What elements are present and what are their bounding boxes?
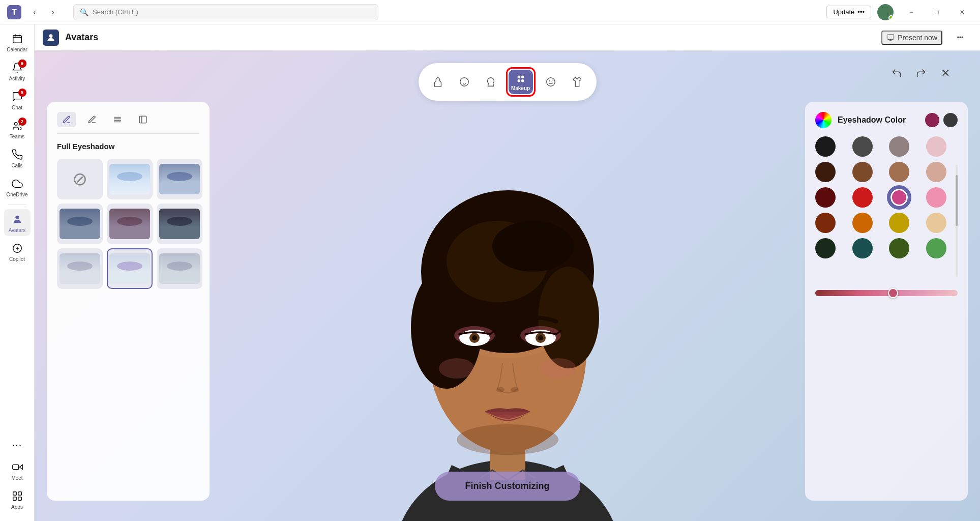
color-dark-gray[interactable] [852,136,873,157]
svg-rect-11 [13,492,16,495]
apps-icon [10,489,24,503]
eyeshadow-style2[interactable] [157,159,202,199]
color-teal[interactable] [852,238,873,258]
eyeshadow-style1[interactable] [107,159,153,199]
teams-label: Teams [10,134,24,139]
close-button[interactable]: ✕ [951,4,974,20]
eyeshadow-style8[interactable] [157,248,202,289]
color-black[interactable] [815,136,836,157]
sidebar-item-more[interactable]: ··· [4,435,31,455]
sidebar-item-apps[interactable]: Apps [4,486,31,513]
search-bar[interactable]: 🔍 [73,4,378,20]
color-pink-selected[interactable] [889,187,909,208]
back-button[interactable]: ‹ [26,4,43,20]
activity-label: Activity [9,76,25,81]
calendar-label: Calendar [7,47,27,52]
panel-tabs [57,112,199,134]
color-gold[interactable] [889,213,909,233]
editor-right-toolbar: ✕ [886,63,956,83]
panel-tab-3[interactable] [108,112,127,127]
style8-preview [159,253,200,284]
sidebar-divider-1 [8,205,26,205]
color-intensity-slider[interactable] [815,290,958,296]
color-gray[interactable] [889,136,909,157]
app-logo: T [6,4,22,20]
panel-section-title: Full Eyeshadow [57,142,199,151]
panel-tab-4[interactable] [133,112,153,127]
undo-button[interactable] [886,63,907,83]
svg-rect-14 [18,497,21,500]
color-dark-red[interactable] [815,187,836,208]
sidebar-item-activity[interactable]: 6 6 Activity [4,57,31,84]
selected-colors [925,113,958,127]
sidebar-item-copilot[interactable]: Copilot [4,238,31,265]
svg-marker-10 [19,465,22,469]
chat-icon: 5 [10,90,24,104]
sidebar-item-chat[interactable]: 5 Chat [4,86,31,113]
chat-badge: 5 [18,89,26,97]
onedrive-label: OneDrive [6,192,27,197]
color-rust[interactable] [815,213,836,233]
panel-tab-2[interactable] [82,112,102,127]
sidebar-item-avatars[interactable]: Avatars [4,209,31,236]
search-input[interactable] [93,8,372,16]
sidebar-item-onedrive[interactable]: OneDrive [4,173,31,200]
close-editor-button[interactable]: ✕ [935,63,956,83]
color-orange[interactable] [852,213,873,233]
minimize-button[interactable]: − [900,4,923,20]
color-light-pink[interactable] [926,187,946,208]
left-panel: Full Eyeshadow ⊘ [47,102,210,501]
panel-tab-1[interactable] [57,112,76,127]
style5-preview [159,209,200,239]
color-medium-brown[interactable] [852,162,873,182]
meet-label: Meet [11,475,22,481]
svg-rect-12 [18,492,21,495]
sidebar-item-calendar[interactable]: Calendar [4,28,31,55]
color-red[interactable] [852,187,873,208]
selected-color-secondary[interactable] [943,113,958,127]
eyeshadow-style3[interactable] [57,204,103,244]
present-now-button[interactable]: Present now [881,31,942,45]
color-tan[interactable] [926,213,946,233]
eyeshadow-style6[interactable] [57,248,103,289]
chat-label: Chat [12,105,22,110]
color-dark-brown[interactable] [815,162,836,182]
update-button[interactable]: Update ••• [826,6,871,18]
user-avatar [877,4,894,20]
color-light-brown[interactable] [889,162,909,182]
scrollbar-area [815,267,958,277]
color-grid [815,136,958,258]
avatars-app-icon [43,30,59,46]
color-wheel-icon [815,112,831,128]
selected-color-primary[interactable] [925,113,939,127]
finish-customizing-button[interactable]: Finish Customizing [435,472,580,501]
avatar-editor: Makeup ✕ [35,51,980,521]
forward-button[interactable]: › [45,4,61,20]
sidebar-item-teams[interactable]: 2 Teams [4,115,31,142]
color-medium-green[interactable] [926,238,946,258]
eyeshadow-style5[interactable] [157,204,202,244]
eyeshadow-style4[interactable] [107,204,153,244]
sidebar-item-meet[interactable]: Meet [4,457,31,484]
right-panel: Eyeshadow Color [805,102,968,501]
sidebar-item-calls[interactable]: Calls [4,144,31,171]
eyeshadow-style7[interactable] [107,248,153,289]
header-more-button[interactable]: ••• [948,30,972,46]
tab2-icon [87,115,97,124]
eyeshadow-none[interactable]: ⊘ [57,159,103,199]
maximize-button[interactable]: □ [925,4,948,20]
copilot-label: Copilot [9,256,25,262]
redo-button[interactable] [911,63,931,83]
color-blush[interactable] [926,136,946,157]
title-bar-right: Update ••• − □ ✕ [826,4,974,20]
svg-text:T: T [12,8,17,17]
svg-point-50 [495,415,520,421]
style4-preview [109,209,150,239]
color-peach[interactable] [926,162,946,182]
color-dark-green[interactable] [815,238,836,258]
scrollbar-thumb[interactable] [956,175,958,226]
svg-point-52 [541,358,576,379]
main-layout: Calendar 6 6 Activity 5 Chat 2 Teams [0,24,980,521]
present-icon [886,34,895,42]
color-olive[interactable] [889,238,909,258]
